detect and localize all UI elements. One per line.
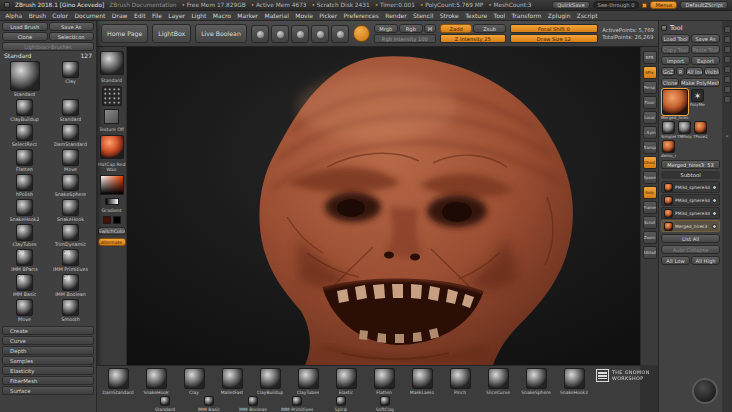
copy-tool-button[interactable]: Copy Tool (661, 45, 690, 54)
menu-file[interactable]: File (149, 12, 165, 19)
palette-dock-icon[interactable] (724, 46, 731, 53)
auto-collapse-button[interactable]: Auto Collapse (661, 245, 720, 254)
tray-brush[interactable]: IMM Basic (187, 396, 231, 412)
menu-edit[interactable]: Edit (131, 12, 149, 19)
menu-picker[interactable]: Picker (316, 12, 340, 19)
menu-zplugin[interactable]: Zplugin (545, 12, 574, 19)
spix-icon[interactable]: SPix (643, 66, 657, 79)
all-low-button[interactable]: All low (686, 67, 703, 76)
menu-material[interactable]: Material (261, 12, 292, 19)
tool-item[interactable]: Merged_hires3 (661, 89, 689, 120)
brush-item[interactable]: Flatten (2, 149, 47, 173)
subtool-header[interactable]: Subtool (661, 171, 720, 179)
brush-item[interactable]: Clay (48, 61, 93, 98)
brush-item[interactable]: SnakeHook2 (2, 199, 47, 223)
clone-brush-button[interactable]: Clone (2, 32, 48, 41)
tool-item[interactable]: TPose2_skin_lo (693, 121, 708, 139)
secondary-color-swatch[interactable] (113, 216, 121, 224)
subtool-row[interactable]: PM3d_sphere3d1_6 (661, 207, 720, 219)
focal-shift-slider[interactable]: Focal Shift 0 (510, 24, 598, 33)
menus-button[interactable]: Menus (650, 1, 677, 9)
brush-item[interactable]: TrimDynamic (48, 224, 93, 248)
zadd-button[interactable]: Zadd (440, 24, 473, 33)
palette-dock-icon[interactable] (724, 66, 731, 73)
menu-layer[interactable]: Layer (165, 12, 188, 19)
rotate-mode-icon[interactable] (331, 25, 349, 43)
menu-color[interactable]: Color (49, 12, 71, 19)
brush-item[interactable]: DamStandard (48, 124, 93, 148)
move-mode-icon[interactable] (291, 25, 309, 43)
brush-item[interactable]: SnakeSphere (48, 174, 93, 198)
menu-render[interactable]: Render (382, 12, 410, 19)
palette-dock-icon[interactable] (724, 76, 731, 83)
brush-item[interactable]: SelectRect (2, 124, 47, 148)
menu-transform[interactable]: Transform (508, 12, 544, 19)
frame-icon[interactable]: Frame (643, 201, 657, 214)
brush-item[interactable]: ClayBuildup (2, 99, 47, 123)
main-color-swatch[interactable] (103, 216, 111, 224)
section-elasticity[interactable]: Elasticity (2, 366, 94, 375)
zsub-button[interactable]: Zsub (473, 24, 506, 33)
tray-brush[interactable]: DamStandard (99, 368, 137, 396)
subtool-row[interactable]: PM3d_sphere3d1_6 (661, 194, 720, 206)
brush-item[interactable]: ClayTubes (2, 224, 47, 248)
lightbox-brushes-toggle[interactable]: Lightbox>Brushes (2, 42, 94, 51)
default-zscript-button[interactable]: DefaultZScript (680, 1, 728, 9)
all-high-sdiv-button[interactable]: All High (691, 256, 720, 265)
tray-brush[interactable]: SliceCurve (479, 368, 517, 396)
load-tool-button[interactable]: Load Tool (661, 34, 690, 43)
eye-icon[interactable] (712, 198, 717, 203)
home-page-button[interactable]: Home Page (101, 24, 148, 43)
scroll-icon[interactable]: Scroll (643, 216, 657, 229)
stroke-icon[interactable] (102, 86, 122, 106)
ghost-icon[interactable]: Ghost (643, 156, 657, 169)
persp-icon[interactable]: Persp (643, 81, 657, 94)
rgb-intensity-slider[interactable]: Rgb Intensity 100 (374, 34, 436, 43)
menu-marker[interactable]: Marker (234, 12, 261, 19)
tray-brush[interactable]: Pinch (441, 368, 479, 396)
eye-icon[interactable] (712, 211, 717, 216)
brush-item[interactable]: hPolish (2, 174, 47, 198)
section-surface[interactable]: Surface (2, 386, 94, 395)
brush-item[interactable]: Move (2, 299, 47, 323)
material-icon[interactable] (100, 135, 124, 159)
tray-brush[interactable]: Standard (143, 396, 187, 412)
brush-item[interactable]: 26IMM Primitives (48, 249, 93, 273)
tray-brush[interactable]: IMM Primitives (275, 396, 319, 412)
paste-tool-button[interactable]: Paste Tool (691, 45, 720, 54)
bpr-icon[interactable]: BPR (643, 51, 657, 64)
save-brush-button[interactable]: Save As (49, 22, 95, 31)
brush-item[interactable]: Move (48, 149, 93, 173)
draw-mode-icon[interactable] (271, 25, 289, 43)
brush-item[interactable]: SnakeHook (48, 199, 93, 223)
tray-brush[interactable]: ClayTubes (289, 368, 327, 396)
lsym-icon[interactable]: L.Sym (643, 126, 657, 139)
eye-icon[interactable] (712, 224, 717, 229)
menu-movie[interactable]: Movie (292, 12, 316, 19)
tray-brush[interactable]: MalletFast (213, 368, 251, 396)
eye-icon[interactable] (712, 185, 717, 190)
tray-brush[interactable]: SnakeHook2 (555, 368, 593, 396)
subtool-row[interactable]: PM3d_sphere3d1_8 (661, 181, 720, 193)
m-button[interactable]: M (424, 24, 436, 33)
menu-alpha[interactable]: Alpha (2, 12, 25, 19)
gradient-label[interactable]: Gradient (102, 208, 122, 213)
tool-item[interactable]: demo_mesh_ver (661, 140, 676, 158)
menu-texture[interactable]: Texture (462, 12, 490, 19)
tray-collapse-handle[interactable]: « (725, 132, 729, 139)
rgb-button[interactable]: Rgb (399, 24, 423, 33)
visible-button[interactable]: Visible (704, 67, 721, 76)
local-icon[interactable]: Local (643, 111, 657, 124)
alternate-button[interactable]: Alternate (98, 238, 126, 246)
menu-preferences[interactable]: Preferences (340, 12, 382, 19)
floor-icon[interactable]: Floor (643, 96, 657, 109)
menu-macro[interactable]: Macro (210, 12, 235, 19)
lightbox-button[interactable]: LightBox (152, 24, 191, 43)
solo-icon[interactable]: Solo (643, 186, 657, 199)
tray-brush[interactable]: SnakeHook (137, 368, 175, 396)
menu-zscript[interactable]: Zscript (574, 12, 601, 19)
sculptris-pro-icon[interactable] (353, 25, 370, 42)
texture-label[interactable]: Texture Off (99, 127, 124, 132)
alpha-icon[interactable] (104, 109, 119, 124)
save-tool-button[interactable]: Save As (691, 34, 720, 43)
